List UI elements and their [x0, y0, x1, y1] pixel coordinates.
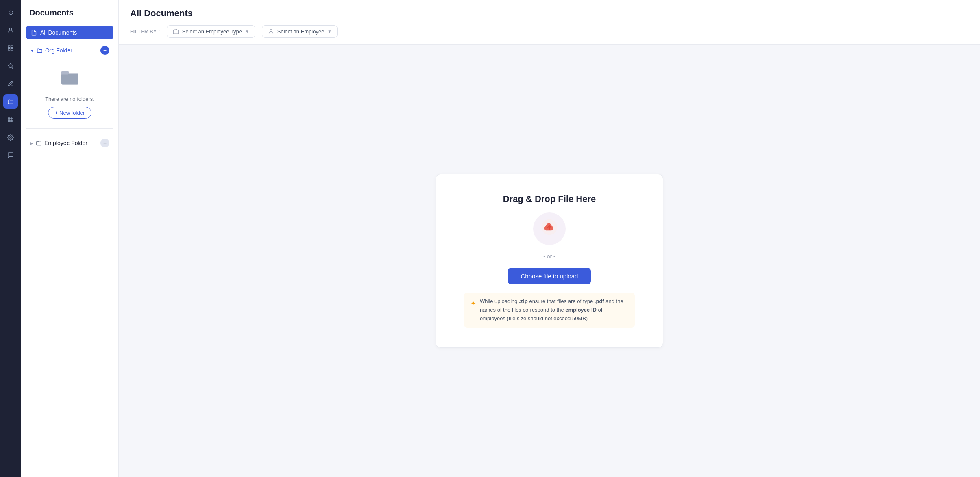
filter-by-label: FILTER BY : [130, 29, 160, 35]
or-text: - or - [543, 253, 555, 260]
page-title: All Documents [130, 8, 969, 19]
left-panel: Documents All Documents ▼ Org Folder + T… [21, 0, 119, 477]
employee-type-dropdown[interactable]: Select an Employee Type ▼ [167, 25, 255, 38]
svg-rect-11 [173, 30, 179, 34]
nav-icon-star[interactable] [3, 59, 18, 73]
nav-icon-documents[interactable] [3, 94, 18, 109]
choose-file-button[interactable]: Choose file to upload [508, 268, 591, 284]
employee-type-placeholder: Select an Employee Type [182, 28, 242, 35]
nav-icon-tool[interactable] [3, 76, 18, 91]
nav-icon-chat[interactable] [3, 148, 18, 163]
svg-point-7 [10, 137, 11, 138]
employee-folder-label: Employee Folder [44, 140, 87, 146]
employee-dropdown[interactable]: Select an Employee ▼ [262, 25, 338, 38]
svg-rect-9 [61, 74, 78, 85]
employee-folder-row[interactable]: ▶ Employee Folder + [26, 135, 113, 151]
org-folder-add-button[interactable]: + [100, 46, 109, 55]
filter-row: FILTER BY : Select an Employee Type ▼ Se… [130, 25, 969, 38]
nav-icon-home[interactable]: ⊙ [3, 5, 18, 20]
cloud-upload-icon [540, 218, 558, 240]
svg-point-12 [270, 30, 272, 32]
main-header: All Documents FILTER BY : Select an Empl… [119, 0, 980, 45]
nav-icon-settings[interactable] [3, 130, 18, 145]
svg-rect-10 [61, 71, 69, 75]
new-folder-button[interactable]: + New folder [48, 107, 91, 119]
divider [26, 128, 113, 129]
svg-marker-5 [8, 63, 13, 68]
upload-area-wrapper: Drag & Drop File Here - or - Choose file… [119, 45, 980, 477]
org-folder-icon [37, 48, 43, 54]
org-folder-label: Org Folder [45, 47, 72, 54]
nav-icon-grid[interactable] [3, 41, 18, 55]
svg-rect-2 [11, 46, 13, 48]
main-content: All Documents FILTER BY : Select an Empl… [119, 0, 980, 477]
svg-point-0 [9, 28, 11, 30]
all-docs-icon [31, 30, 37, 36]
employee-chevron-icon: ▼ [327, 29, 331, 34]
no-folders-text: There are no folders. [45, 96, 94, 102]
chevron-down-icon: ▼ [30, 48, 34, 53]
employee-icon [268, 28, 274, 35]
org-folder-row[interactable]: ▼ Org Folder + [26, 43, 113, 58]
no-folders-section: There are no folders. + New folder [26, 68, 113, 119]
svg-rect-6 [8, 117, 13, 122]
left-panel-title: Documents [26, 8, 113, 22]
nav-item-all-documents[interactable]: All Documents [26, 26, 113, 39]
sidebar-nav: ⊙ [0, 0, 21, 477]
nav-icon-chart[interactable] [3, 112, 18, 127]
svg-rect-4 [11, 48, 13, 50]
svg-rect-3 [8, 48, 10, 50]
upload-hint: ✦ While uploading .zip ensure that files… [464, 293, 635, 327]
employee-folder-icon [36, 140, 42, 146]
chevron-right-icon: ▶ [30, 141, 33, 145]
hint-text: While uploading .zip ensure that files a… [480, 297, 628, 323]
nav-icon-user[interactable] [3, 23, 18, 37]
upload-icon-circle [533, 212, 566, 245]
employee-type-icon [173, 28, 179, 35]
empty-folder-icon [60, 68, 80, 91]
hint-icon: ✦ [470, 298, 476, 309]
drag-drop-title: Drag & Drop File Here [503, 194, 596, 204]
all-documents-label: All Documents [40, 29, 77, 36]
upload-card: Drag & Drop File Here - or - Choose file… [436, 174, 663, 347]
employee-type-chevron-icon: ▼ [245, 29, 249, 34]
employee-folder-add-button[interactable]: + [100, 139, 109, 147]
employee-placeholder: Select an Employee [277, 28, 324, 35]
svg-rect-1 [8, 46, 10, 48]
